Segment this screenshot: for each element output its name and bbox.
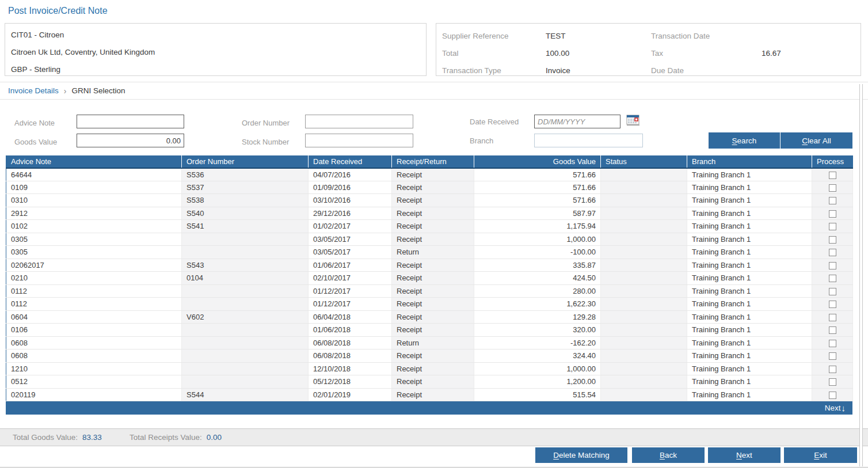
process-checkbox[interactable] [829,352,836,360]
process-checkbox[interactable] [829,378,836,386]
table-row[interactable]: 011201/12/2017Receipt280.00Training Bran… [6,284,853,298]
column-header-goods-value[interactable]: Goods Value [474,156,601,168]
cell-goods-value: 571.66 [474,168,601,181]
column-header-advice-note[interactable]: Advice Note [6,156,182,168]
table-row[interactable]: 64644S53604/07/2016Receipt571.66Training… [6,168,853,181]
process-checkbox[interactable] [829,236,836,244]
bottom-divider [0,467,868,468]
grni-table-body: 64644S53604/07/2016Receipt571.66Training… [6,168,853,401]
cell-status [601,272,687,285]
process-checkbox[interactable] [829,262,836,269]
page-scrollbar[interactable] [859,84,863,466]
branch-label: Branch [470,136,493,145]
table-row[interactable]: 030503/05/2017Receipt1,000.00Training Br… [6,233,853,246]
stock-number-input[interactable] [305,134,413,147]
cell-process [812,233,853,246]
breadcrumb-invoice-details[interactable]: Invoice Details [8,86,59,95]
delete-matching-button[interactable]: Delete Matching [535,447,627,463]
back-button[interactable]: Back [632,447,705,463]
cell-process [812,310,853,324]
column-header-order-number[interactable]: Order Number [182,156,309,168]
process-checkbox[interactable] [829,392,836,399]
table-row[interactable]: 060806/08/2018Receipt324.40Training Bran… [6,350,853,363]
table-row[interactable]: 030503/05/2017Return-100.00Training Bran… [6,246,853,259]
table-row[interactable]: 0102S54101/02/2017Receipt1,175.94Trainin… [6,220,853,233]
cell-order-number [182,246,309,259]
cell-order-number: S541 [182,220,309,233]
cell-branch: Training Branch 1 [687,388,812,401]
table-row[interactable]: 121012/10/2018Receipt1,000.00Training Br… [6,362,853,375]
column-header-date-received[interactable]: Date Received [309,156,392,168]
table-row[interactable]: 010601/06/2018Receipt320.00Training Bran… [6,324,853,337]
table-row[interactable]: 02062017S54301/06/2017Receipt335.87Train… [6,259,853,272]
column-header-receipt-return[interactable]: Receipt/Return [392,156,474,168]
process-checkbox[interactable] [829,326,836,334]
cell-status [601,375,687,389]
cell-date-received: 01/09/2016 [309,181,392,194]
cell-order-number [182,284,309,298]
cell-order-number [182,233,309,246]
column-header-branch[interactable]: Branch [687,156,812,168]
process-checkbox[interactable] [829,288,836,295]
clear-all-button[interactable]: Clear All [781,132,852,149]
process-checkbox[interactable] [829,184,836,192]
cell-advice-note: 1210 [6,362,182,375]
cell-branch: Training Branch 1 [687,336,812,350]
column-header-status[interactable]: Status [601,156,687,168]
process-checkbox[interactable] [829,223,836,230]
process-checkbox[interactable] [829,172,836,179]
table-row[interactable]: 0604V60206/04/2018Receipt129.28Training … [6,310,853,324]
cell-date-received: 03/05/2017 [309,246,392,259]
table-row[interactable]: 060806/08/2018Return-162.20Training Bran… [6,336,853,350]
table-row[interactable]: 0109S53701/09/2016Receipt571.66Training … [6,181,853,194]
cell-receipt-return: Receipt [392,194,474,207]
cell-goods-value: 1,000.00 [474,362,601,375]
cell-branch: Training Branch 1 [687,207,812,220]
process-checkbox[interactable] [829,301,836,308]
date-received-input[interactable] [534,115,620,128]
search-button[interactable]: Search [709,132,780,149]
process-checkbox[interactable] [829,340,836,347]
advice-note-input[interactable] [77,115,184,128]
transaction-type-label: Transaction Type [442,66,546,75]
total-value: 100.00 [546,49,651,58]
table-row[interactable]: 2912S54029/12/2016Receipt587.97Training … [6,207,853,220]
order-number-input[interactable] [305,115,413,128]
tax-value: 16.67 [762,49,855,58]
calendar-icon[interactable] [625,115,641,128]
breadcrumb-separator-icon: › [64,86,67,96]
table-row[interactable]: 0310S53803/10/2016Receipt571.66Training … [6,194,853,207]
cell-process [812,207,853,220]
process-checkbox[interactable] [829,197,836,204]
process-checkbox[interactable] [829,249,836,256]
process-checkbox[interactable] [829,314,836,321]
branch-input[interactable] [534,134,643,147]
process-checkbox[interactable] [829,210,836,218]
table-row[interactable]: 0210010402/10/2017Receipt424.50Training … [6,272,853,285]
cell-date-received: 29/12/2016 [309,207,392,220]
exit-button[interactable]: Exit [784,447,857,463]
table-row[interactable]: 020119S54402/01/2019Receipt515.54Trainin… [6,388,853,401]
cell-receipt-return: Receipt [392,350,474,363]
cell-receipt-return: Receipt [392,259,474,272]
cell-receipt-return: Return [392,246,474,259]
table-row[interactable]: 051205/12/2018Receipt1,200.00Training Br… [6,375,853,389]
cell-process [812,375,853,389]
cell-advice-note: 0106 [6,324,182,337]
cell-branch: Training Branch 1 [687,284,812,298]
table-row[interactable]: 011201/12/2017Receipt1,622.30Training Br… [6,298,853,311]
column-header-process[interactable]: Process [812,156,853,168]
pager-next-button[interactable]: Next ↓ [825,403,846,413]
cell-advice-note: 64644 [6,168,182,181]
cell-advice-note: 02062017 [6,259,182,272]
cell-date-received: 04/07/2016 [309,168,392,181]
cell-status [601,181,687,194]
cell-branch: Training Branch 1 [687,362,812,375]
cell-status [601,350,687,363]
goods-value-input[interactable] [77,134,184,147]
process-checkbox[interactable] [829,275,836,282]
next-button[interactable]: Next [708,447,781,463]
process-checkbox[interactable] [829,366,836,373]
cell-advice-note: 0604 [6,310,182,324]
cell-status [601,233,687,246]
